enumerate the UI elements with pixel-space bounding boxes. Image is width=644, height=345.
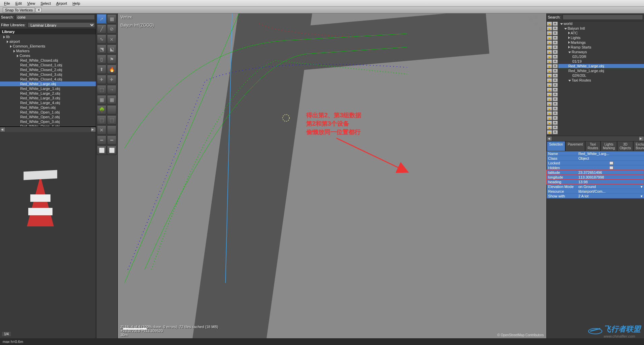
nav-compass[interactable] <box>528 15 544 32</box>
hier-row[interactable]: 🔒👁Red_White_Large.obj <box>547 68 644 73</box>
menu-select[interactable]: Select <box>38 1 53 6</box>
tab[interactable]: ExclusionBoundary <box>633 141 644 151</box>
menu-view[interactable]: View <box>25 1 38 6</box>
hier-row[interactable]: 🔒👁Runways <box>547 50 644 54</box>
menu-file[interactable]: File <box>1 1 13 6</box>
lib-item[interactable]: Red_White_Open_4.obj <box>0 124 96 127</box>
menu-help[interactable]: Help <box>70 1 83 6</box>
tool-button[interactable]: ⬔ <box>97 44 106 54</box>
tool-button[interactable]: ▦ <box>107 95 116 104</box>
hier-row[interactable]: 🔒👁 <box>547 92 644 97</box>
hier-row[interactable]: 🔒👁Baiyun Intl <box>547 26 644 31</box>
prop-row[interactable]: Show with2 A lot▾ <box>547 194 644 198</box>
snap-vertices-button[interactable]: Snap To Vertices <box>3 7 35 13</box>
menu-airport[interactable]: Airport <box>53 1 70 6</box>
hier-row[interactable]: 🔒👁 <box>547 120 644 125</box>
tool-button[interactable]: ⬆ <box>97 65 106 74</box>
tool-button[interactable]: ━ <box>97 135 106 145</box>
lib-item[interactable]: Red_White_Large.obj <box>0 82 96 86</box>
lib-item[interactable]: lib <box>0 34 96 39</box>
hier-row[interactable]: 🔒👁 <box>547 101 644 106</box>
lib-item[interactable]: Red_White_Closed_2.obj <box>0 67 96 72</box>
prop-row[interactable]: NameRed_White_Larg... <box>547 151 644 156</box>
hier-row[interactable]: 🔒👁world <box>547 21 644 26</box>
prop-row[interactable]: Resourcelib/airport/Com... <box>547 189 644 194</box>
tool-button[interactable]: ∿ <box>97 34 106 44</box>
lib-item[interactable]: Red_White_Open_3.obj <box>0 119 96 124</box>
tool-button[interactable]: ⨯ <box>107 34 116 44</box>
library-hscroll[interactable]: ◄► <box>0 127 96 132</box>
lib-item[interactable]: Red_White_Open.obj <box>0 105 96 110</box>
prop-row[interactable]: Hidden <box>547 165 644 170</box>
search-input[interactable] <box>16 14 95 20</box>
hier-row[interactable]: 🔒👁01/19 <box>547 59 644 64</box>
lib-item[interactable]: Red_White_Open_1.obj <box>0 110 96 115</box>
hier-row[interactable]: 🔒👁02L/20R <box>547 54 644 59</box>
tool-button[interactable]: → <box>107 85 116 94</box>
prop-row[interactable]: ClassObject <box>547 156 644 161</box>
tool-button[interactable]: ▦ <box>97 95 106 104</box>
lib-item[interactable]: Red_White_Large_1.obj <box>0 86 96 91</box>
hier-row[interactable]: 🔒👁 <box>547 106 644 111</box>
tool-button[interactable] <box>107 105 116 115</box>
tab[interactable]: Pavement <box>565 141 585 151</box>
tool-button[interactable]: ▯ <box>97 55 106 64</box>
hier-row[interactable]: 🔒👁02R/20L <box>547 73 644 78</box>
prop-row[interactable]: Elevation Modeon Ground▾ <box>547 184 644 189</box>
lib-item[interactable]: Red_White_Closed_4.obj <box>0 77 96 82</box>
hier-row[interactable]: 🔒👁Taxi Routes <box>547 78 644 83</box>
tool-button[interactable]: ▦ <box>107 14 116 24</box>
hier-row[interactable]: 🔒👁Markings <box>547 40 644 45</box>
tool-button[interactable]: ➚ <box>97 14 106 24</box>
filter-select[interactable]: Laminar Library <box>28 22 95 28</box>
tool-button[interactable]: ⬜ <box>97 146 106 155</box>
tab[interactable]: 3DObjects <box>617 141 633 151</box>
tool-button[interactable]: ━ <box>107 135 116 145</box>
tool-button[interactable]: ╱ <box>97 24 106 34</box>
hier-row[interactable]: 🔒👁 <box>547 87 644 92</box>
lib-item[interactable]: airport <box>0 39 96 44</box>
prop-row[interactable]: longitude113.309187998 <box>547 175 644 180</box>
lib-item[interactable]: Common_Elements <box>0 44 96 49</box>
preview-page[interactable]: 1/4 <box>2 332 11 336</box>
tab[interactable]: TaxiRoutes <box>585 141 601 151</box>
hierarchy-tree[interactable]: 🔒👁world🔒👁Baiyun Intl🔒👁ATC🔒👁Lights🔒👁Marki… <box>547 21 644 136</box>
tool-button[interactable]: ⚑ <box>107 55 116 64</box>
library-tree[interactable]: Library libairportCommon_ElementsMarkers… <box>0 29 96 127</box>
hier-row[interactable]: 🔒👁 <box>547 125 644 130</box>
prop-row[interactable]: Locked <box>547 161 644 165</box>
lib-item[interactable]: Cones <box>0 53 96 58</box>
tool-button[interactable]: ✈ <box>107 75 116 84</box>
snap-close-button[interactable]: ✕ <box>36 8 42 12</box>
lib-item[interactable]: Red_White_Large_4.obj <box>0 100 96 105</box>
hier-row[interactable]: 🔒👁ATC <box>547 31 644 35</box>
tool-button[interactable]: 🔥 <box>107 65 116 74</box>
hier-hscroll[interactable]: ◄► <box>547 136 644 141</box>
lib-item[interactable]: Red_White_Large_3.obj <box>0 96 96 100</box>
lib-item[interactable]: Red_White_Large_2.obj <box>0 91 96 96</box>
tool-button[interactable]: ⬚ <box>97 85 106 94</box>
lib-item[interactable]: Red_White_Closed_3.obj <box>0 72 96 77</box>
hier-search-input[interactable] <box>563 14 643 20</box>
tool-button[interactable]: 🌳 <box>97 105 106 115</box>
hier-row[interactable]: 🔒👁 <box>547 97 644 101</box>
lib-item[interactable]: Red_White_Closed_1.obj <box>0 63 96 67</box>
tool-button[interactable]: ⬚ <box>107 115 116 125</box>
tool-button[interactable]: ✈ <box>97 75 106 84</box>
tool-button[interactable] <box>107 125 116 135</box>
hier-row[interactable]: 🔒👁 <box>547 116 644 120</box>
hier-row[interactable]: 🔒👁 <box>547 83 644 87</box>
lib-item[interactable]: Red_White_Closed.obj <box>0 58 96 63</box>
tool-button[interactable]: ⬜ <box>107 146 116 155</box>
hier-row[interactable]: 🔒👁Ramp Starts <box>547 45 644 50</box>
tab[interactable]: LightsMarking <box>601 141 617 151</box>
map-canvas[interactable]: Vertex Baiyun Intl(ZGGG) 得出第2、第3组数据 第2和第… <box>118 13 546 338</box>
tool-button[interactable]: ⬚ <box>97 115 106 125</box>
prop-row[interactable]: heading13.98 <box>547 180 644 184</box>
tool-button[interactable]: ⊘ <box>107 24 116 34</box>
lib-item[interactable]: Red_White_Open_2.obj <box>0 115 96 119</box>
lib-item[interactable]: Markers <box>0 49 96 53</box>
tool-button[interactable]: ⬕ <box>107 44 116 54</box>
menu-edit[interactable]: Edit <box>13 1 25 6</box>
hier-row[interactable]: 🔒👁 <box>547 130 644 134</box>
